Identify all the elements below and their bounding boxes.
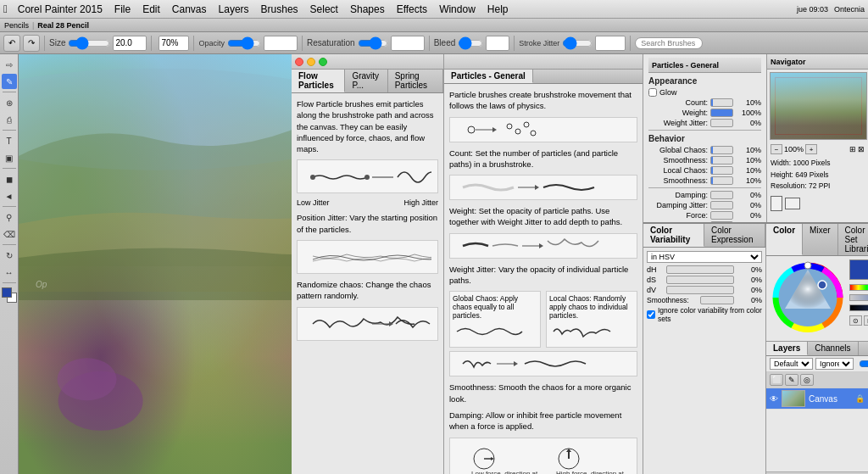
- tab-layers[interactable]: Layers: [766, 342, 808, 355]
- menubar:  Corel Painter 2015 File Edit Canvas La…: [0, 0, 868, 19]
- v-slider[interactable]: [849, 304, 868, 311]
- smoothness2-track[interactable]: [710, 176, 733, 185]
- tool-eyedropper[interactable]: ◄: [2, 188, 17, 204]
- color-wheel-svg[interactable]: [770, 259, 846, 336]
- preserve-transparency-btn[interactable]: ⬜: [770, 374, 783, 386]
- local-chaos-value: 10%: [736, 166, 761, 175]
- preserve-select[interactable]: Ignore: [815, 358, 854, 370]
- search-brushes-input[interactable]: [635, 37, 703, 49]
- menu-select[interactable]: Select: [305, 2, 343, 17]
- pick-up-color-btn[interactable]: ✎: [785, 374, 798, 386]
- tool-mirror[interactable]: ↔: [2, 265, 17, 280]
- tab-color-expression[interactable]: Color Expression: [704, 224, 765, 247]
- ignore-cv-checkbox[interactable]: [647, 310, 655, 319]
- local-chaos-track[interactable]: [710, 166, 733, 175]
- tab-flow-particles[interactable]: Flow Particles: [292, 70, 345, 92]
- count-slider-track[interactable]: [710, 98, 733, 107]
- bleed-value[interactable]: 5%: [486, 36, 509, 51]
- menu-corel[interactable]: Corel Painter 2015: [13, 2, 108, 17]
- menu-window[interactable]: Window: [434, 2, 481, 17]
- nav-icon1[interactable]: ⊞: [849, 145, 856, 153]
- dh-track[interactable]: [666, 265, 734, 274]
- global-chaos-track[interactable]: [710, 146, 733, 154]
- zoom-value[interactable]: 70%: [159, 36, 189, 51]
- tool-pan[interactable]: ⌫: [2, 226, 17, 242]
- tab-color[interactable]: Color: [766, 224, 803, 255]
- damping-track[interactable]: [710, 191, 733, 199]
- tab-color-set[interactable]: Color Set Libraries: [838, 224, 868, 255]
- menu-brushes[interactable]: Brushes: [256, 2, 303, 17]
- layer-opacity-slider[interactable]: [859, 360, 868, 368]
- randomize-desc: Randomize chaos: Change the chaos patter…: [297, 279, 438, 302]
- resaturation-slider[interactable]: [358, 38, 388, 48]
- tab-mixer[interactable]: Mixer: [803, 224, 837, 255]
- menu-help[interactable]: Help: [482, 2, 514, 17]
- general-sliders-titlebar: Particles - General: [648, 58, 761, 73]
- tab-spring-particles[interactable]: Spring Particles: [388, 70, 443, 92]
- menu-effects[interactable]: Effects: [392, 2, 432, 17]
- s-slider[interactable]: [849, 294, 868, 301]
- resaturation-value[interactable]: 65%: [391, 36, 425, 51]
- menu-layers[interactable]: Layers: [214, 2, 254, 17]
- active-color-swatch[interactable]: [849, 259, 868, 280]
- size-slider[interactable]: [68, 38, 110, 48]
- randomize-illustration: [297, 307, 438, 341]
- tool-selection[interactable]: ⇨: [2, 57, 17, 72]
- bleed-slider[interactable]: [458, 38, 483, 48]
- foreground-color-swatch[interactable]: [2, 287, 12, 298]
- hsv-select[interactable]: in HSV: [647, 251, 762, 263]
- undo-button[interactable]: ↶: [3, 35, 20, 52]
- direction-track[interactable]: [710, 221, 733, 222]
- zoom-out-button[interactable]: −: [771, 144, 782, 154]
- size-value[interactable]: 20.0: [113, 36, 147, 51]
- flow-panel-maximize[interactable]: [319, 58, 327, 66]
- tool-text[interactable]: T: [2, 133, 17, 148]
- tab-channels[interactable]: Channels: [808, 342, 858, 355]
- layer-visibility-icon[interactable]: 👁: [770, 394, 778, 404]
- tool-fill[interactable]: ◼: [2, 171, 17, 187]
- redo-button[interactable]: ↷: [23, 35, 40, 52]
- tool-crop[interactable]: ⎙: [2, 112, 17, 127]
- tool-brush[interactable]: ✎: [2, 74, 17, 89]
- tool-rotate[interactable]: ↻: [2, 248, 17, 263]
- menu-canvas[interactable]: Canvas: [167, 2, 212, 17]
- dv-track[interactable]: [666, 286, 734, 294]
- smoothness2-row: Smoothness: 10%: [648, 176, 761, 185]
- h-slider[interactable]: [849, 284, 868, 291]
- canvas-layer-row[interactable]: 👁 Canvas 🔒: [766, 388, 868, 410]
- height-value: 649 Pixels: [795, 170, 828, 179]
- opacity-slider[interactable]: [227, 38, 261, 48]
- cv-smoothness-track[interactable]: [700, 296, 734, 304]
- nav-icon2[interactable]: ⊠: [858, 145, 865, 153]
- glow-checkbox[interactable]: [648, 88, 657, 97]
- tool-zoom[interactable]: ⚲: [2, 209, 17, 225]
- tab-particles-general[interactable]: Particles - General: [444, 70, 533, 83]
- smoothness-row: Smoothness: 10%: [648, 156, 761, 165]
- damping-jitter-track[interactable]: [710, 201, 733, 209]
- color-mode-btn1[interactable]: ⊙: [849, 315, 862, 326]
- landscape-icon[interactable]: [785, 198, 800, 209]
- blend-mode-select[interactable]: Default: [770, 358, 813, 370]
- tab-gravity-particles[interactable]: Gravity P...: [345, 70, 387, 92]
- flow-panel-minimize[interactable]: [307, 58, 315, 66]
- weight-jitter-track[interactable]: [710, 119, 733, 127]
- gel-btn[interactable]: ◎: [800, 374, 814, 386]
- menu-shapes[interactable]: Shapes: [345, 2, 390, 17]
- weight-slider-track[interactable]: [710, 109, 733, 117]
- flow-panel-close[interactable]: [295, 58, 303, 66]
- stroke-jitter-value[interactable]: 8.00: [595, 36, 626, 51]
- stroke-jitter-slider[interactable]: [562, 38, 593, 48]
- opacity-value[interactable]: 65%: [264, 36, 298, 51]
- zoom-in-button[interactable]: +: [805, 144, 817, 154]
- tool-transform[interactable]: ⊛: [2, 95, 17, 110]
- menu-edit[interactable]: Edit: [137, 2, 165, 17]
- menu-file[interactable]: File: [109, 2, 136, 17]
- tab-color-variability[interactable]: Color Variability: [643, 224, 704, 247]
- ds-track[interactable]: [666, 276, 734, 284]
- tool-shape[interactable]: ▣: [2, 150, 17, 165]
- force-track[interactable]: [710, 211, 733, 220]
- smoothness-track[interactable]: [710, 156, 733, 165]
- svg-point-15: [531, 131, 536, 136]
- color-mode-btn2[interactable]: ⊞: [864, 315, 868, 326]
- portrait-icon[interactable]: [771, 196, 782, 211]
